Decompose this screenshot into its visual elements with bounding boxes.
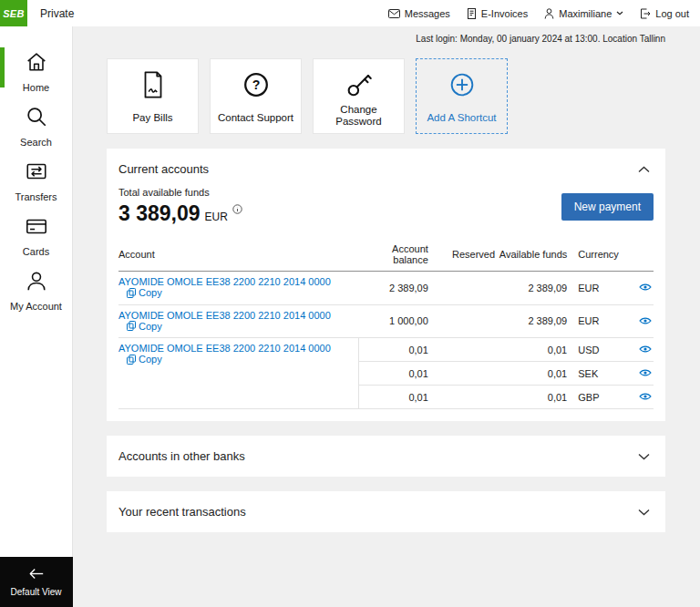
last-login-text: Last login: Monday, 00 january 2024 at 1… bbox=[107, 34, 665, 44]
balance-cell: 1 000,00 bbox=[359, 304, 428, 338]
copy-account-button[interactable]: Copy bbox=[127, 321, 162, 332]
sidebar-nav: Home Search bbox=[0, 26, 72, 321]
col-reserved: Reserved bbox=[428, 239, 495, 272]
reserved-cell bbox=[428, 304, 495, 338]
eye-icon bbox=[639, 283, 652, 292]
eye-icon bbox=[639, 368, 652, 377]
user-name-label: Maximiliane bbox=[559, 8, 612, 19]
app-window: SEB Private Messages E-Invoices bbox=[0, 0, 700, 607]
current-accounts-title: Current accounts bbox=[118, 162, 209, 176]
other-banks-panel: Accounts in other banks bbox=[107, 436, 665, 477]
copy-icon bbox=[127, 288, 136, 298]
sidebar-item-home[interactable]: Home bbox=[0, 47, 72, 102]
toggle-visibility-button[interactable] bbox=[637, 281, 654, 294]
col-account: Account bbox=[118, 239, 359, 272]
copy-label: Copy bbox=[139, 321, 162, 332]
copy-account-button[interactable]: Copy bbox=[127, 354, 162, 365]
sidebar-item-cards[interactable]: Cards bbox=[0, 211, 72, 266]
sidebar-label-home: Home bbox=[23, 82, 49, 93]
sidebar-label-cards: Cards bbox=[23, 246, 49, 257]
collapse-current-accounts-button[interactable] bbox=[634, 160, 654, 178]
main-content: Last login: Monday, 00 january 2024 at 1… bbox=[73, 26, 700, 607]
plus-circle-icon bbox=[447, 69, 478, 104]
sidebar-item-search[interactable]: Search bbox=[0, 102, 72, 157]
copy-account-button[interactable]: Copy bbox=[127, 287, 162, 298]
copy-label: Copy bbox=[139, 354, 162, 365]
svg-text:?: ? bbox=[252, 77, 260, 92]
default-view-button[interactable]: Default View bbox=[0, 557, 73, 607]
pay-bills-label: Pay Bills bbox=[132, 112, 172, 124]
new-payment-button[interactable]: New payment bbox=[561, 193, 654, 221]
pay-bills-card[interactable]: Pay Bills bbox=[107, 58, 199, 134]
available-cell: 0,01 bbox=[495, 386, 567, 409]
total-funds-amount: 3 389,09 bbox=[118, 201, 201, 226]
col-actions bbox=[619, 239, 654, 272]
e-invoices-label: E-Invoices bbox=[481, 8, 528, 19]
balance-cell: 2 389,09 bbox=[359, 272, 428, 305]
user-menu-button[interactable]: Maximiliane bbox=[544, 8, 623, 19]
account-link[interactable]: AYOMIDE OMOLE EE38 2200 2210 2014 0000 bbox=[118, 276, 331, 287]
currency-cell: EUR bbox=[567, 304, 619, 338]
back-arrow-icon bbox=[28, 567, 45, 583]
transfers-icon bbox=[25, 159, 48, 187]
sidebar: Home Search bbox=[0, 26, 73, 607]
sidebar-item-transfers[interactable]: Transfers bbox=[0, 157, 72, 211]
bill-icon bbox=[138, 69, 169, 104]
logout-button[interactable]: Log out bbox=[640, 8, 689, 19]
account-row: AYOMIDE OMOLE EE38 2200 2210 2014 0000Co… bbox=[118, 272, 654, 305]
e-invoices-button[interactable]: E-Invoices bbox=[467, 8, 528, 19]
search-icon bbox=[25, 105, 48, 132]
sidebar-item-my-account[interactable]: My Account bbox=[0, 266, 72, 321]
available-cell: 0,01 bbox=[495, 362, 567, 386]
recent-transactions-panel: Your recent transactions bbox=[107, 491, 665, 532]
expand-recent-transactions-button[interactable] bbox=[634, 503, 654, 520]
total-funds-block: Total available funds 3 389,09 EUR bbox=[118, 187, 242, 226]
accounts-table: Account Account balance Reserved Availab… bbox=[118, 239, 654, 409]
contact-support-card[interactable]: ? Contact Support bbox=[210, 58, 302, 134]
segment-label: Private bbox=[40, 7, 74, 20]
info-icon[interactable] bbox=[232, 201, 242, 218]
other-banks-title: Accounts in other banks bbox=[118, 449, 245, 463]
toggle-visibility-button[interactable] bbox=[637, 390, 654, 404]
copy-icon bbox=[127, 321, 136, 331]
reserved-cell bbox=[428, 386, 495, 409]
home-icon bbox=[25, 50, 48, 77]
default-view-label: Default View bbox=[11, 587, 62, 597]
copy-label: Copy bbox=[139, 287, 162, 298]
toggle-visibility-button[interactable] bbox=[637, 314, 654, 328]
shortcut-cards: Pay Bills ? Contact Support bbox=[107, 58, 665, 134]
eye-icon bbox=[639, 345, 652, 354]
sidebar-label-my-account: My Account bbox=[10, 301, 62, 312]
reserved-cell bbox=[428, 362, 495, 386]
person-icon bbox=[25, 269, 48, 296]
add-shortcut-card[interactable]: Add A Shortcut bbox=[416, 58, 508, 134]
key-icon bbox=[344, 69, 375, 104]
logout-label: Log out bbox=[655, 8, 689, 19]
account-link[interactable]: AYOMIDE OMOLE EE38 2200 2210 2014 0000 bbox=[118, 310, 331, 321]
col-currency: Currency bbox=[567, 239, 619, 272]
col-available-funds: Available funds bbox=[495, 239, 567, 272]
copy-icon bbox=[127, 355, 136, 365]
top-bar: SEB Private Messages E-Invoices bbox=[0, 0, 700, 26]
currency-cell: GBP bbox=[567, 386, 619, 409]
seb-logo: SEB bbox=[0, 0, 27, 26]
toggle-visibility-button[interactable] bbox=[637, 366, 654, 380]
toggle-visibility-button[interactable] bbox=[637, 343, 654, 356]
messages-button[interactable]: Messages bbox=[388, 8, 450, 19]
change-password-card[interactable]: Change Password bbox=[313, 58, 405, 134]
account-row: AYOMIDE OMOLE EE38 2200 2210 2014 0000Co… bbox=[118, 304, 654, 338]
current-accounts-panel: Current accounts Total available funds bbox=[107, 149, 665, 421]
currency-cell: EUR bbox=[567, 272, 619, 305]
col-account-balance: Account balance bbox=[359, 239, 428, 272]
account-row: AYOMIDE OMOLE EE38 2200 2210 2014 0000Co… bbox=[118, 338, 654, 362]
messages-label: Messages bbox=[405, 8, 450, 19]
available-cell: 2 389,09 bbox=[495, 272, 567, 305]
add-shortcut-label: Add A Shortcut bbox=[427, 112, 496, 124]
balance-cell: 0,01 bbox=[359, 338, 428, 362]
reserved-cell bbox=[428, 338, 495, 362]
account-link[interactable]: AYOMIDE OMOLE EE38 2200 2210 2014 0000 bbox=[118, 343, 331, 354]
expand-other-banks-button[interactable] bbox=[634, 448, 654, 465]
change-password-label: Change Password bbox=[317, 104, 400, 127]
eye-icon bbox=[639, 392, 652, 401]
currency-cell: SEK bbox=[567, 362, 619, 386]
